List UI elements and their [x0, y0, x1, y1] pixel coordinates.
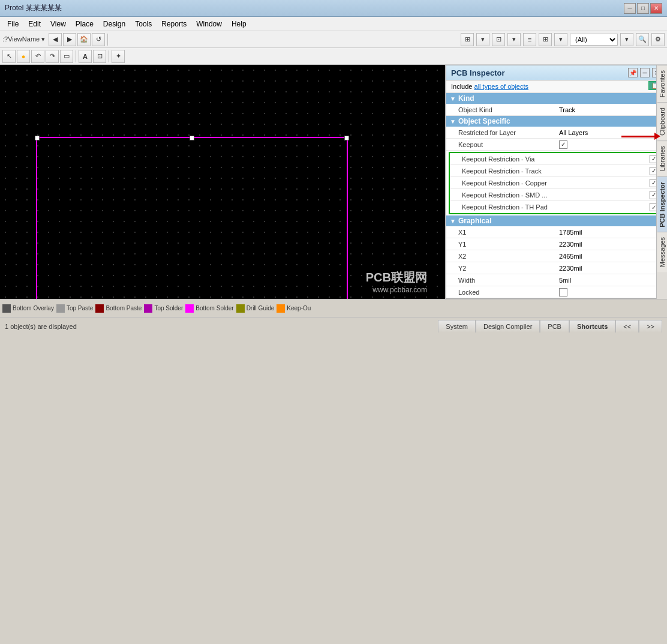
tool-undo[interactable]: ↶: [31, 50, 44, 63]
inspector-pin-button[interactable]: 📌: [628, 68, 638, 77]
tab-libraries[interactable]: Libraries: [657, 140, 667, 176]
menu-design[interactable]: Design: [98, 19, 130, 29]
menu-help[interactable]: Help: [227, 19, 251, 29]
toolbar-icon-10[interactable]: ⚙: [651, 33, 665, 46]
layer-bottom-overlay-label: Bottom Overlay: [13, 305, 54, 311]
toolbar-icon-1[interactable]: ⊞: [461, 33, 474, 46]
handle-top-right[interactable]: [344, 136, 349, 140]
prop-x2-value: 2465mil: [554, 251, 666, 261]
layer-drill-guide-label: Drill Guide: [247, 305, 275, 311]
tab-pcb[interactable]: PCB: [540, 320, 569, 333]
tab-shortcuts[interactable]: Shortcuts: [569, 320, 615, 333]
inspector-content: ▼ Kind Object Kind Track ▼ Object Specif…: [446, 93, 666, 298]
keepout-track-label: Keepout Restriction - Track: [450, 166, 650, 176]
menu-window[interactable]: Window: [191, 19, 227, 29]
pcb-canvas[interactable]: PCB联盟网 www.pcbbar.com: [0, 65, 445, 299]
layer-top-paste[interactable]: Top Paste: [56, 304, 93, 313]
layer-keepout[interactable]: Keep-Ou: [277, 304, 311, 313]
tool-image[interactable]: ⊡: [93, 50, 106, 63]
minimize-button[interactable]: ─: [624, 3, 636, 14]
handle-top-left[interactable]: [35, 136, 40, 140]
home-button[interactable]: 🏠: [77, 33, 91, 46]
status-bar: 1 object(s) are displayed System Design …: [0, 317, 667, 335]
keepout-thpad-row: Keepout Restriction - TH Pad: [450, 201, 663, 213]
prop-width: Width 5mil: [446, 274, 666, 286]
toolbar-icon-8[interactable]: ▾: [620, 33, 633, 46]
layer-bottom-solder-color: [185, 304, 194, 313]
menu-file[interactable]: File: [2, 19, 23, 29]
toolbar-icon-7[interactable]: ▾: [554, 33, 567, 46]
layer-bottom-paste[interactable]: Bottom Paste: [95, 304, 142, 313]
prop-width-value: 5mil: [554, 275, 666, 285]
arrow-head: [654, 133, 660, 140]
keepout-checkbox[interactable]: [559, 140, 567, 149]
menu-reports[interactable]: Reports: [157, 19, 191, 29]
prop-x2: X2 2465mil: [446, 250, 666, 262]
locked-checkbox[interactable]: [559, 288, 567, 296]
menu-tools[interactable]: Tools: [130, 19, 157, 29]
keepout-restrictions-group: Keepout Restriction - Via Keepout Restri…: [449, 152, 664, 214]
layer-keepout-color: [277, 304, 285, 313]
tab-nav-prev[interactable]: <<: [615, 320, 639, 333]
maximize-button[interactable]: □: [637, 3, 649, 14]
prop-object-kind-value: Track: [554, 105, 666, 115]
tab-nav-next[interactable]: >>: [639, 320, 662, 333]
section-graphical-collapse: ▼: [450, 218, 456, 224]
inspector-minimize-button[interactable]: ─: [640, 68, 650, 77]
layer-dropdown[interactable]: (All): [570, 34, 618, 46]
tab-pcb-inspector[interactable]: PCB Inspector: [657, 176, 667, 232]
prop-width-label: Width: [446, 275, 554, 285]
tool-special[interactable]: ✦: [112, 50, 125, 63]
tab-favorites[interactable]: Favorites: [657, 65, 667, 102]
prop-y1: Y1 2230mil: [446, 238, 666, 250]
keepout-smd-label: Keepout Restriction - SMD ...: [450, 190, 650, 200]
tab-system[interactable]: System: [438, 320, 476, 333]
section-object-specific-header[interactable]: ▼ Object Specific: [446, 116, 666, 127]
toolbar-icon-4[interactable]: ▾: [507, 33, 521, 46]
arrow-line: [621, 136, 654, 137]
menu-view[interactable]: View: [46, 19, 71, 29]
layer-drill-guide[interactable]: Drill Guide: [236, 304, 275, 313]
pcb-keepout-rectangle[interactable]: [36, 137, 348, 299]
keepout-thpad-label: Keepout Restriction - TH Pad: [450, 202, 650, 212]
section-graphical-header[interactable]: ▼ Graphical: [446, 215, 666, 226]
toolbar-separator-3: [109, 50, 109, 62]
section-obj-label: Object Specific: [458, 117, 510, 125]
status-message: 1 object(s) are displayed: [5, 323, 438, 330]
toolbar-icon-6[interactable]: ⊞: [539, 33, 552, 46]
back-button[interactable]: ◀: [49, 33, 62, 46]
tool-redo[interactable]: ↷: [46, 50, 59, 63]
tool-text[interactable]: A: [79, 50, 92, 63]
layer-bottom-solder[interactable]: Bottom Solder: [185, 304, 233, 313]
section-kind-collapse: ▼: [450, 95, 456, 102]
prop-y1-value: 2230mil: [554, 239, 666, 249]
handle-top-middle[interactable]: [190, 136, 194, 140]
toolbar-icon-3[interactable]: ⊡: [492, 33, 505, 46]
inspector-header: PCB Inspector 📌 ─ ✕: [446, 65, 666, 80]
tab-design-compiler[interactable]: Design Compiler: [476, 320, 540, 333]
prop-object-kind-label: Object Kind: [446, 105, 554, 115]
layer-top-solder[interactable]: Top Solder: [144, 304, 183, 313]
tool-circle[interactable]: ●: [17, 50, 30, 63]
prop-restricted-layer-label: Restricted for Layer: [446, 128, 554, 137]
section-kind-header[interactable]: ▼ Kind: [446, 93, 666, 104]
toolbar-icon-9[interactable]: 🔍: [636, 33, 649, 46]
refresh-button[interactable]: ↺: [92, 33, 105, 46]
menu-place[interactable]: Place: [71, 19, 98, 29]
keepout-smd-row: Keepout Restriction - SMD ...: [450, 189, 663, 201]
title-bar: Protel 某某某某某 ─ □ ✕: [0, 0, 667, 17]
forward-button[interactable]: ▶: [63, 33, 76, 46]
menu-edit[interactable]: Edit: [23, 19, 46, 29]
tool-cursor[interactable]: ↖: [2, 50, 16, 63]
include-link[interactable]: all types of objects: [474, 83, 529, 90]
toolbar-icon-5[interactable]: ≡: [523, 33, 536, 46]
status-tabs: System Design Compiler PCB Shortcuts << …: [438, 320, 662, 333]
prop-keepout: Keepout: [446, 139, 666, 151]
tab-messages[interactable]: Messages: [657, 232, 667, 272]
close-button[interactable]: ✕: [650, 3, 662, 14]
toolbar-separator-1: [107, 34, 108, 46]
red-arrow: [621, 133, 660, 140]
layer-bottom-overlay[interactable]: Bottom Overlay: [2, 304, 54, 313]
toolbar-icon-2[interactable]: ▾: [476, 33, 489, 46]
tool-rect[interactable]: ▭: [60, 50, 73, 63]
